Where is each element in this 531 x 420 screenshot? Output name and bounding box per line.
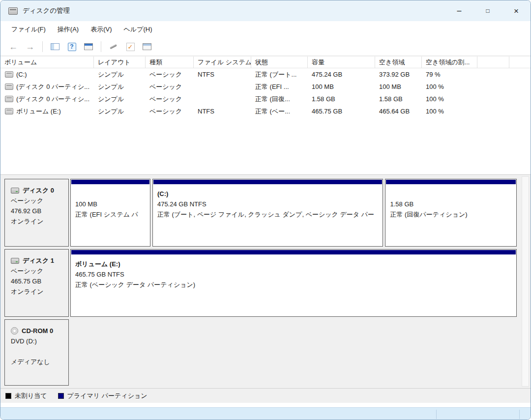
disk-status: オンライン [11, 216, 66, 226]
menu-file[interactable]: ファイル(F) [6, 23, 51, 36]
partition-info: 100 MB正常 (EFI システム パ [71, 184, 150, 220]
partition-size: 1.58 GB [390, 199, 512, 209]
disk-status: メディアなし [11, 357, 66, 367]
cell-file_system: NTFS [194, 108, 251, 115]
disk-header-panel[interactable]: CD-ROM 0DVD (D:)メディアなし [4, 319, 69, 386]
disk-name-label: ディスク 1 [23, 255, 54, 266]
partition-size: 465.75 GB NTFS [75, 269, 512, 280]
column-header[interactable]: 容量 [308, 56, 375, 68]
disk-header-panel[interactable]: ディスク 0ベーシック476.92 GBオンライン [4, 179, 69, 247]
legend-label: プライマリ パーティション [67, 392, 148, 400]
disk-header-panel[interactable]: ディスク 1ベーシック465.75 GBオンライン [4, 249, 69, 317]
disk-status: オンライン [11, 286, 66, 297]
toolbar-console-tree-button[interactable] [48, 40, 62, 54]
vertical-scrollbar[interactable] [522, 176, 529, 387]
partition-info: 1.58 GB正常 (回復パーティション) [385, 184, 516, 220]
hdd-icon [11, 188, 19, 194]
menu-action[interactable]: 操作(A) [53, 23, 84, 36]
column-header-filler [509, 56, 531, 68]
legend-unallocated: 未割り当て [5, 392, 47, 400]
toolbar-action-wand-button[interactable] [107, 40, 120, 54]
window-title: ディスクの管理 [23, 6, 70, 15]
check-icon: ✓ [126, 43, 135, 51]
partition-status: 正常 (EFI システム パ [75, 209, 146, 220]
legend-swatch-primary-partition [58, 393, 64, 399]
title-bar[interactable]: ディスクの管理 –□× [0, 0, 531, 21]
toolbar-separator [42, 41, 43, 52]
back-icon: ← [9, 42, 18, 51]
cell-capacity: 465.75 GB [308, 108, 375, 115]
volume-icon [5, 96, 13, 102]
column-header[interactable]: ボリューム [0, 56, 94, 68]
partition[interactable]: (C:)475.24 GB NTFS正常 (ブート, ページ ファイル, クラッ… [152, 179, 384, 247]
toolbar-help-button[interactable]: ? [65, 40, 79, 54]
partition[interactable]: 100 MB正常 (EFI システム パ [70, 179, 150, 247]
cell-status: 正常 (ベー... [251, 107, 308, 116]
volume-name: (ディスク 0 パーティシ... [16, 95, 89, 104]
cell-free_space: 100 MB [375, 83, 422, 90]
toolbar-check-button[interactable]: ✓ [123, 40, 137, 54]
action-wand-icon [109, 43, 118, 51]
cell-capacity: 1.58 GB [308, 95, 375, 103]
status-bar-fill [0, 408, 436, 420]
disk-size: 465.75 GB [11, 276, 66, 286]
cell-free_pct: 100 % [422, 108, 477, 115]
toolbar-back-button[interactable]: ← [6, 40, 20, 54]
volume-icon [5, 108, 13, 114]
status-bar-grip[interactable] [520, 408, 531, 420]
partition-color-stripe [71, 180, 149, 184]
close-button[interactable]: × [502, 0, 531, 21]
column-header[interactable]: 状態 [251, 56, 308, 68]
cell-status: 正常 (ブート... [251, 70, 308, 79]
partitions: 100 MB正常 (EFI システム パ(C:)475.24 GB NTFS正常… [70, 179, 517, 247]
toolbar-forward-button[interactable]: → [23, 40, 37, 54]
column-header[interactable]: ファイル システム [194, 56, 251, 68]
partition-info: (C:)475.24 GB NTFS正常 (ブート, ページ ファイル, クラッ… [153, 184, 383, 220]
toolbar-list-view-button[interactable] [140, 40, 154, 54]
cell-layout: シンプル [94, 107, 146, 116]
column-header[interactable]: 空き領域 [375, 56, 422, 68]
minimize-icon: – [457, 7, 462, 15]
menu-view[interactable]: 表示(V) [86, 23, 117, 36]
column-header[interactable] [477, 56, 509, 68]
disk-type: ベーシック [11, 266, 66, 276]
column-header[interactable]: レイアウト [94, 56, 146, 68]
cell-free_space: 465.64 GB [375, 108, 422, 115]
disk-name: ディスク 1 [11, 255, 66, 266]
menu-help[interactable]: ヘルプ(H) [119, 23, 157, 36]
partition[interactable]: 1.58 GB正常 (回復パーティション) [385, 179, 517, 247]
column-header[interactable]: 空き領域の割... [422, 56, 477, 68]
volume-name-cell: (ディスク 0 パーティシ... [0, 95, 94, 104]
cell-layout: シンプル [94, 70, 146, 79]
disk-graphic-pane: ディスク 0ベーシック476.92 GBオンライン100 MB正常 (EFI シ… [0, 175, 531, 388]
cell-type: ベーシック [146, 107, 194, 116]
volume-name-cell: (C:) [0, 71, 94, 78]
app-icon [8, 7, 18, 15]
volume-icon [5, 71, 13, 78]
volume-row[interactable]: ボリューム (E:)シンプルベーシックNTFS正常 (ベー...465.75 G… [0, 105, 531, 117]
status-bar-segment [437, 408, 519, 420]
disk-size: 476.92 GB [11, 206, 66, 216]
column-header[interactable]: 種類 [146, 56, 194, 68]
partition[interactable]: ボリューム (E:)465.75 GB NTFS正常 (ベーシック データ パー… [70, 249, 517, 317]
volume-row[interactable]: (ディスク 0 パーティシ...シンプルベーシック正常 (EFI ...100 … [0, 81, 531, 93]
status-bar [0, 407, 531, 420]
maximize-icon: □ [486, 8, 489, 14]
partition-color-stripe [71, 250, 516, 254]
volume-row[interactable]: (ディスク 0 パーティシ...シンプルベーシック正常 (回復...1.58 G… [0, 93, 531, 105]
list-view-icon [143, 43, 151, 50]
maximize-button[interactable]: □ [473, 0, 502, 21]
legend-bar: 未割り当てプライマリ パーティション [0, 388, 531, 403]
disk-name: ディスク 0 [11, 185, 66, 196]
partition-title: (C:) [157, 189, 379, 199]
disk-row-1: ディスク 1ベーシック465.75 GBオンラインボリューム (E:)465.7… [4, 249, 517, 317]
volume-list-rows: (C:)シンプルベーシックNTFS正常 (ブート...475.24 GB373.… [0, 68, 531, 117]
bottom-gap [0, 403, 531, 407]
volume-name-cell: ボリューム (E:) [0, 107, 94, 116]
volume-name: ボリューム (E:) [16, 107, 61, 116]
volume-row[interactable]: (C:)シンプルベーシックNTFS正常 (ブート...475.24 GB373.… [0, 68, 531, 81]
minimize-button[interactable]: – [445, 0, 473, 21]
disk-name: CD-ROM 0 [11, 326, 66, 336]
partition-color-stripe [386, 180, 516, 184]
toolbar-properties-button[interactable] [82, 40, 95, 54]
